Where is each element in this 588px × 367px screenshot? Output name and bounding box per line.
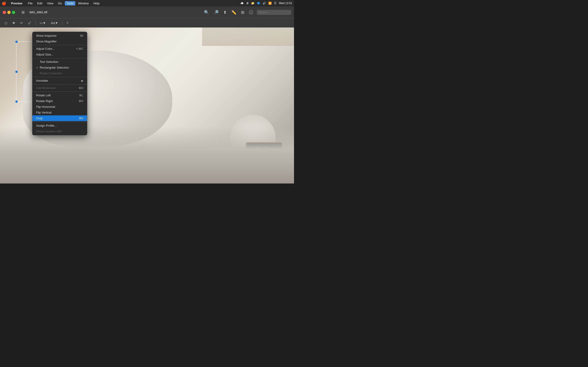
menu-adjust-color-label: Adjust Color... bbox=[36, 47, 55, 50]
menu-add-bookmark[interactable]: Add Bookmark ⌘D bbox=[32, 85, 87, 91]
menubar-app-name[interactable]: Preview bbox=[9, 1, 24, 6]
separator-2 bbox=[32, 58, 87, 58]
select-tool-button[interactable]: ◻ bbox=[3, 20, 9, 26]
menu-rotate-left[interactable]: Rotate Left ⌘L bbox=[32, 92, 87, 98]
annotate-arrow-icon: ▶ bbox=[81, 79, 83, 82]
toolbar-right: 🔍 🔎 ⬆ ✏️ ⊞ ⓘ bbox=[203, 9, 291, 16]
search-input[interactable] bbox=[257, 10, 291, 15]
shape-select-button[interactable]: ▭▼ bbox=[38, 20, 48, 26]
menu-adjust-color-shortcut: ⌥⌘C bbox=[75, 47, 83, 50]
menu-crop-label: Crop bbox=[36, 117, 43, 120]
menu-assign-profile-label: Assign Profile... bbox=[36, 124, 57, 127]
zoom-out-button[interactable]: 🔎 bbox=[213, 9, 220, 16]
menubar-edit[interactable]: Edit bbox=[35, 1, 44, 6]
main-content: K&H PETPRODUCTS Show Inspector ⌘I Show M… bbox=[0, 27, 294, 184]
menu-show-location-info-label: Show Location Info bbox=[36, 130, 61, 133]
separator-1 bbox=[32, 45, 87, 45]
apple-logo-icon[interactable]: 🍎 bbox=[2, 1, 6, 6]
pen-tool-button[interactable]: 🖊 bbox=[26, 20, 33, 26]
minimize-button[interactable] bbox=[7, 11, 10, 14]
maximize-button[interactable] bbox=[12, 11, 15, 14]
wifi-icon: 📶 bbox=[268, 2, 272, 5]
menu-show-location-info[interactable]: Show Location Info bbox=[32, 128, 87, 134]
separator-6 bbox=[32, 122, 87, 122]
menu-show-inspector-label: Show Inspector bbox=[36, 34, 57, 37]
info-button[interactable]: ⓘ bbox=[248, 9, 254, 16]
menu-flip-vertical-label: Flip Vertical bbox=[36, 111, 52, 114]
crop-tool-button[interactable]: ⌗ bbox=[65, 20, 70, 26]
menu-rectangular-selection[interactable]: ✓ Rectangular Selection bbox=[32, 65, 87, 70]
markup-button[interactable]: ✏️ bbox=[230, 9, 237, 16]
tools-bar: ◻ ✥ ✏ 🖊 ▭▼ Aa▼ ⌗ bbox=[0, 18, 294, 27]
menu-crop[interactable]: Crop ⌘K bbox=[32, 115, 87, 121]
zoom-in-button[interactable]: 🔍 bbox=[203, 9, 210, 16]
menubar-file[interactable]: File bbox=[26, 1, 35, 6]
menu-text-selection[interactable]: ✓ Text Selection bbox=[32, 59, 87, 65]
time-display: Wed 12:01 bbox=[279, 2, 292, 5]
controlcenter-icon: ☰ bbox=[274, 2, 277, 5]
window-controls bbox=[3, 11, 15, 14]
menu-show-inspector[interactable]: Show Inspector ⌘I bbox=[32, 33, 87, 39]
menu-rotate-left-shortcut: ⌘L bbox=[79, 94, 83, 97]
menubar-right: ☁️ 🖥 📁 🔷 🔊 📶 ☰ Wed 12:01 bbox=[240, 2, 292, 5]
separator-4 bbox=[32, 84, 87, 84]
sidebar-toggle-button[interactable]: ⊞ bbox=[19, 9, 27, 15]
menu-rotate-right-label: Rotate Right bbox=[36, 99, 52, 103]
display-icon: 🖥 bbox=[246, 2, 249, 5]
menubar-help[interactable]: Help bbox=[91, 1, 101, 6]
bluetooth-icon: 🔷 bbox=[257, 2, 260, 5]
menubar-window[interactable]: Window bbox=[76, 1, 90, 6]
menu-add-bookmark-label: Add Bookmark bbox=[36, 86, 56, 90]
menubar-go[interactable]: Go bbox=[56, 1, 64, 6]
menu-adjust-size-label: Adjust Size... bbox=[36, 53, 53, 56]
menu-show-magnifier-label: Show Magnifier bbox=[36, 40, 57, 43]
sketch-tool-button[interactable]: ✏ bbox=[18, 20, 25, 26]
context-menu: Show Inspector ⌘I Show Magnifier Adjust … bbox=[32, 32, 87, 135]
menubar-tools[interactable]: Tools bbox=[65, 1, 75, 6]
tools-separator-1 bbox=[35, 20, 36, 25]
text-select-button[interactable]: Aa▼ bbox=[49, 20, 60, 26]
menu-redact-selection-label: Redact Selection bbox=[40, 72, 62, 75]
menu-assign-profile[interactable]: Assign Profile... bbox=[32, 123, 87, 128]
menu-annotate[interactable]: Annotate ▶ bbox=[32, 78, 87, 83]
menubar-left: 🍎 Preview File Edit View Go Tools Window… bbox=[2, 1, 101, 6]
menu-text-selection-label: Text Selection bbox=[40, 60, 58, 64]
menu-rotate-right[interactable]: Rotate Right ⌘R bbox=[32, 98, 87, 104]
menu-rotate-left-label: Rotate Left bbox=[36, 94, 51, 97]
separator-5 bbox=[32, 92, 87, 92]
cloud-icon: ☁️ bbox=[240, 2, 244, 5]
menu-redact-selection[interactable]: ✓ Redact Selection bbox=[32, 70, 87, 76]
menubar-view[interactable]: View bbox=[45, 1, 55, 6]
menu-show-magnifier[interactable]: Show Magnifier bbox=[32, 39, 87, 44]
separator-3 bbox=[32, 77, 87, 77]
menu-rectangular-selection-label: Rectangular Selection bbox=[40, 66, 69, 69]
menu-add-bookmark-shortcut: ⌘D bbox=[78, 86, 83, 90]
menu-show-inspector-shortcut: ⌘I bbox=[80, 34, 83, 37]
menu-adjust-color[interactable]: Adjust Color... ⌥⌘C bbox=[32, 46, 87, 52]
finder-icon: 📁 bbox=[251, 2, 254, 5]
tools-separator-2 bbox=[62, 20, 62, 25]
menu-adjust-size[interactable]: Adjust Size... bbox=[32, 52, 87, 57]
menu-flip-horizontal[interactable]: Flip Horizontal bbox=[32, 104, 87, 110]
resize-button[interactable]: ⊞ bbox=[240, 9, 245, 16]
adjust-tool-button[interactable]: ✥ bbox=[10, 20, 17, 26]
menu-flip-horizontal-label: Flip Horizontal bbox=[36, 105, 55, 108]
primary-toolbar: ⊞ IMG_4961.tiff 🔍 🔎 ⬆ ✏️ ⊞ ⓘ bbox=[0, 6, 294, 18]
menu-flip-vertical[interactable]: Flip Vertical bbox=[32, 110, 87, 115]
close-button[interactable] bbox=[3, 11, 6, 14]
menu-crop-shortcut: ⌘K bbox=[79, 117, 83, 120]
volume-icon: 🔊 bbox=[262, 2, 266, 5]
menu-rotate-right-shortcut: ⌘R bbox=[78, 100, 83, 103]
document-title: IMG_4961.tiff bbox=[29, 10, 47, 14]
menubar: 🍎 Preview File Edit View Go Tools Window… bbox=[0, 0, 294, 6]
menu-annotate-label: Annotate bbox=[36, 79, 48, 82]
share-button[interactable]: ⬆ bbox=[222, 9, 228, 16]
rect-selection-check: ✓ bbox=[36, 66, 38, 69]
